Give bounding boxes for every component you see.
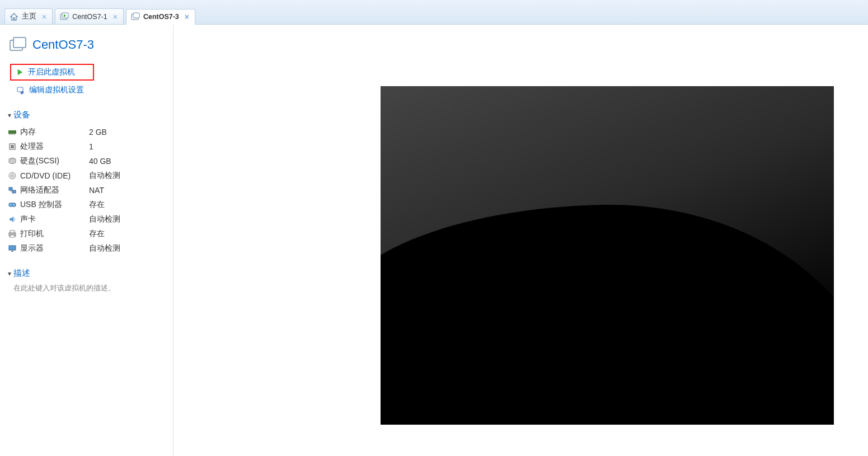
close-icon[interactable]: × [185, 13, 189, 21]
device-row-cpu[interactable]: 处理器 1 [8, 139, 163, 154]
svg-rect-25 [10, 231, 15, 233]
vm-large-icon [9, 36, 27, 54]
tab-bar: 主页 × CentOS7-1 × CentOS7-3 × [0, 0, 868, 25]
disc-icon [8, 171, 17, 180]
action-label: 开启此虚拟机 [28, 67, 75, 77]
description-section-header[interactable]: ▾ 描述 [8, 268, 163, 279]
device-label-text: USB 控制器 [20, 200, 62, 210]
device-value: 40 GB [89, 154, 163, 168]
power-on-vm-button[interactable]: 开启此虚拟机 [10, 64, 94, 81]
device-label-text: 处理器 [20, 142, 44, 152]
chevron-down-icon: ▾ [8, 111, 11, 119]
close-icon[interactable]: × [113, 13, 118, 21]
device-label-text: 硬盘(SCSI) [20, 156, 59, 166]
home-icon [10, 12, 18, 21]
cpu-icon [8, 142, 17, 151]
vm-sidebar: CentOS7-3 开启此虚拟机 编辑虚拟机设置 ▾ 设备 [0, 25, 173, 456]
device-value: 存在 [89, 198, 163, 212]
device-row-network[interactable]: 网络适配器 NAT [8, 183, 163, 198]
device-label-text: 网络适配器 [20, 185, 59, 195]
vm-preview-area [173, 25, 868, 456]
device-value: 2 GB [89, 125, 163, 139]
tab-label: CentOS7-3 [143, 13, 179, 21]
device-row-printer[interactable]: 打印机 存在 [8, 227, 163, 241]
device-value: 自动检测 [89, 241, 163, 256]
printer-icon [8, 229, 17, 238]
tab-label: 主页 [22, 12, 36, 21]
chevron-down-icon: ▾ [8, 270, 11, 278]
svg-rect-26 [10, 235, 15, 237]
device-row-sound[interactable]: 声卡 自动检测 [8, 212, 163, 227]
svg-rect-19 [9, 187, 12, 190]
device-value: 1 [89, 139, 163, 154]
tab-label: CentOS7-1 [72, 13, 107, 21]
network-icon [8, 186, 17, 195]
device-value: 自动检测 [89, 168, 163, 183]
svg-rect-9 [8, 130, 16, 134]
device-label-text: 内存 [20, 127, 36, 137]
device-row-disk[interactable]: 硬盘(SCSI) 40 GB [8, 154, 163, 168]
memory-icon [8, 128, 17, 137]
svg-marker-7 [18, 69, 23, 76]
vm-title: CentOS7-3 [32, 37, 94, 52]
device-label-text: 显示器 [20, 243, 44, 253]
action-label: 编辑虚拟机设置 [29, 85, 84, 95]
description-placeholder[interactable]: 在此处键入对该虚拟机的描述。 [13, 283, 163, 293]
device-label-text: 打印机 [20, 229, 44, 239]
svg-rect-12 [12, 134, 13, 135]
vm-shine-overlay [381, 86, 834, 425]
svg-rect-13 [14, 134, 15, 135]
svg-rect-27 [9, 246, 16, 250]
vm-icon [60, 12, 69, 21]
device-row-memory[interactable]: 内存 2 GB [8, 125, 163, 139]
device-label-text: 声卡 [20, 214, 36, 224]
device-row-usb[interactable]: USB 控制器 存在 [8, 198, 163, 212]
device-label-text: CD/DVD (IDE) [20, 171, 71, 180]
svg-point-18 [12, 175, 13, 177]
device-value: NAT [89, 183, 163, 198]
svg-rect-6 [13, 37, 26, 48]
close-icon[interactable]: × [42, 13, 46, 21]
display-icon [8, 244, 17, 253]
section-label: 描述 [13, 268, 30, 279]
svg-point-22 [10, 204, 11, 205]
device-list: 内存 2 GB 处理器 1 [8, 125, 163, 256]
svg-rect-28 [11, 251, 13, 252]
sound-icon [8, 215, 17, 224]
svg-rect-11 [11, 134, 12, 135]
device-value: 存在 [89, 227, 163, 241]
settings-icon [17, 86, 26, 95]
device-row-cddvd[interactable]: CD/DVD (IDE) 自动检测 [8, 168, 163, 183]
tab-centos7-3[interactable]: CentOS7-3 × [126, 9, 195, 25]
usb-icon [8, 200, 17, 209]
devices-section-header[interactable]: ▾ 设备 [8, 110, 163, 120]
svg-rect-10 [9, 134, 10, 135]
edit-vm-settings-button[interactable]: 编辑虚拟机设置 [13, 83, 163, 97]
disk-icon [8, 157, 17, 166]
vm-screen-preview[interactable] [381, 86, 834, 425]
vm-icon [131, 12, 140, 21]
play-icon [16, 68, 25, 77]
tab-centos7-1[interactable]: CentOS7-1 × [55, 8, 124, 24]
svg-rect-4 [133, 13, 139, 18]
svg-rect-21 [9, 203, 16, 206]
section-label: 设备 [13, 110, 30, 120]
tab-home[interactable]: 主页 × [4, 8, 53, 24]
device-value: 自动检测 [89, 212, 163, 227]
svg-point-23 [13, 204, 15, 205]
svg-rect-15 [11, 145, 14, 148]
device-row-display[interactable]: 显示器 自动检测 [8, 241, 163, 256]
